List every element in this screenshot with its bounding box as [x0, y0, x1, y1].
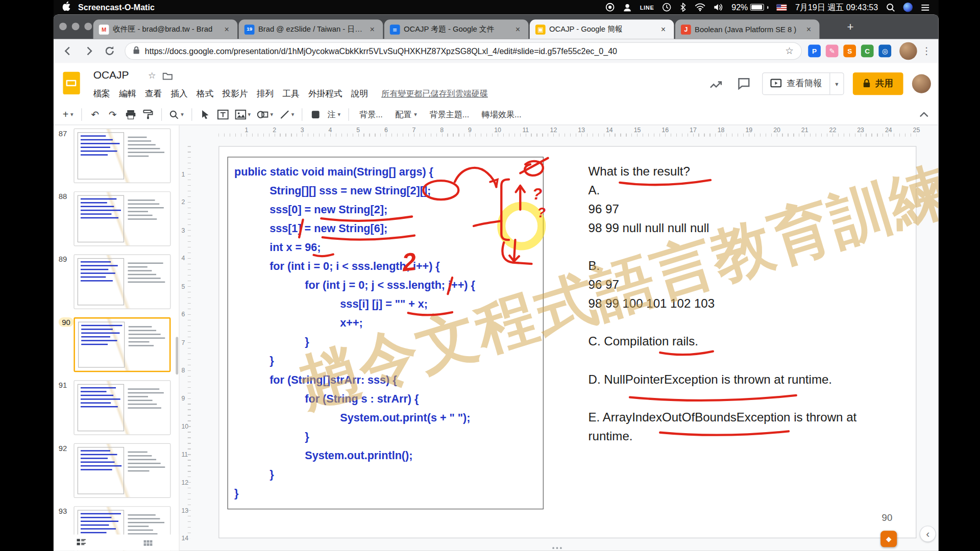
slide-thumbnail-92[interactable] [74, 443, 170, 498]
star-document-icon[interactable]: ☆ [148, 70, 156, 81]
tab-close-icon[interactable]: × [658, 24, 669, 35]
code-textbox[interactable]: public static void main(String[] args) {… [227, 157, 543, 509]
transition-button[interactable]: 轉場效果... [476, 107, 527, 123]
new-tab-button[interactable]: + [842, 19, 859, 35]
menubar-clock[interactable]: 7月19日 週五 09:43:53 [795, 2, 878, 13]
back-button[interactable] [59, 42, 77, 60]
undo-icon[interactable]: ↶ [87, 107, 103, 123]
slide-canvas[interactable]: public static void main(String[] args) {… [192, 138, 938, 551]
hide-menus-icon[interactable] [916, 107, 932, 123]
reload-button[interactable] [101, 42, 118, 60]
extension-pocket-icon[interactable]: P [808, 45, 821, 58]
document-title[interactable]: OCAJP [93, 69, 129, 82]
extension-orange-icon[interactable]: S [843, 45, 856, 58]
annotate-button[interactable]: 注▾ [325, 107, 343, 123]
minimize-window-button[interactable] [72, 22, 80, 30]
theme-button[interactable]: 背景主題... [424, 107, 475, 123]
wifi-icon[interactable] [695, 3, 706, 11]
siri-icon[interactable] [903, 3, 913, 12]
search-icon[interactable] [886, 3, 895, 12]
save-status-link[interactable]: 所有變更都已儲存到雲端硬碟 [381, 88, 488, 99]
account-avatar[interactable] [912, 74, 931, 93]
share-button[interactable]: 共用 [853, 72, 903, 95]
menu-view[interactable]: 查看 [140, 86, 166, 102]
menu-arrange[interactable]: 排列 [252, 86, 278, 102]
select-tool-icon[interactable] [197, 107, 213, 123]
extension-green-icon[interactable]: C [861, 45, 874, 58]
slide-90[interactable]: public static void main(String[] args) {… [218, 146, 916, 538]
url-text[interactable]: https://docs.google.com/presentation/d/1… [145, 46, 780, 56]
menu-insert[interactable]: 插入 [166, 86, 192, 102]
redo-icon[interactable]: ↷ [105, 107, 121, 123]
slide-thumbnail-87[interactable] [74, 129, 170, 183]
zoom-icon[interactable]: ▾ [167, 107, 186, 123]
clock-icon[interactable] [662, 3, 672, 12]
notes-resize-handle[interactable] [552, 547, 562, 549]
menu-add-ons[interactable]: 外掛程式 [304, 86, 347, 102]
close-window-button[interactable] [59, 22, 67, 30]
secure-lock-icon[interactable] [133, 46, 140, 56]
menu-edit[interactable]: 編輯 [115, 86, 141, 102]
extension-blue-icon[interactable]: ◎ [878, 45, 891, 58]
volume-icon[interactable] [714, 3, 724, 11]
line-icon[interactable]: LINE [640, 4, 654, 10]
move-folder-icon[interactable] [162, 71, 173, 82]
slides-app-icon[interactable] [63, 72, 80, 94]
slide-thumbnail-91[interactable] [74, 380, 170, 435]
comments-icon[interactable] [734, 74, 753, 93]
text-box-icon[interactable] [214, 107, 231, 123]
filmstrip-scrollbar[interactable] [176, 337, 178, 374]
browser-tab[interactable]: M收件匣 - brad@brad.tw - Brad× [93, 19, 238, 39]
address-bar[interactable]: https://docs.google.com/presentation/d/1… [125, 42, 802, 60]
menu-format[interactable]: 格式 [192, 86, 218, 102]
slide-thumbnail-90[interactable] [74, 317, 170, 372]
battery-icon[interactable]: 92% [731, 3, 769, 12]
bookmark-star-icon[interactable]: ☆ [785, 45, 794, 57]
window-controls[interactable] [59, 22, 92, 30]
browser-tab[interactable]: ▣OCAJP - Google 簡報× [530, 19, 674, 39]
forward-button[interactable] [80, 42, 98, 60]
grid-view-icon[interactable] [143, 538, 152, 549]
tab-close-icon[interactable]: × [804, 24, 814, 35]
menu-tools[interactable]: 工具 [278, 86, 304, 102]
present-dropdown[interactable]: ▾ [829, 73, 843, 94]
slide-thumbnail-89[interactable] [74, 255, 170, 309]
browser-tab[interactable]: JBoolean (Java Platform SE 8 )× [675, 19, 820, 39]
collapse-panel-chevron[interactable]: ‹ [920, 525, 936, 542]
comment-tool-icon[interactable] [307, 107, 324, 123]
filmstrip-view-icon[interactable] [76, 538, 86, 549]
new-slide-button[interactable]: +▾ [60, 107, 76, 123]
tab-close-icon[interactable]: × [222, 24, 232, 35]
slide-thumbnail-88[interactable] [74, 191, 170, 246]
record-icon[interactable] [605, 3, 615, 12]
explore-button[interactable]: ◆ [880, 531, 897, 547]
insert-shape-icon[interactable]: ▾ [255, 107, 276, 123]
insert-image-icon[interactable]: ▾ [232, 107, 253, 123]
browser-menu-icon[interactable]: ⋮ [920, 45, 933, 57]
question-textbox[interactable]: What is the result?A.96 9798 99 null nul… [589, 162, 914, 445]
browser-tab[interactable]: 19Brad @ ezSlide / Taiwan - 日…× [239, 19, 383, 39]
print-icon[interactable] [122, 107, 138, 123]
menubar-app-name[interactable]: Screencast-O-Matic [78, 3, 155, 12]
menu-list-icon[interactable] [921, 4, 929, 11]
present-button[interactable]: 查看簡報 ▾ [762, 72, 844, 95]
paint-format-icon[interactable] [140, 107, 156, 123]
us-flag-icon[interactable] [777, 4, 787, 10]
menu-file[interactable]: 檔案 [89, 86, 115, 102]
user-icon[interactable] [623, 3, 631, 12]
tab-close-icon[interactable]: × [367, 24, 377, 35]
ruler-tick: 5 [181, 283, 185, 290]
background-button[interactable]: 背景... [354, 107, 388, 123]
browser-tab[interactable]: ≡OCAJP 考題 - Google 文件× [384, 19, 529, 39]
browser-profile-avatar[interactable] [899, 42, 917, 60]
apple-menu-icon[interactable] [62, 1, 70, 13]
bluetooth-icon[interactable] [680, 3, 687, 12]
insert-line-icon[interactable]: ▾ [277, 107, 297, 123]
zoom-window-button[interactable] [84, 22, 92, 30]
activity-dashboard-icon[interactable] [707, 74, 726, 93]
layout-button[interactable]: 配置▾ [389, 107, 423, 123]
tab-close-icon[interactable]: × [512, 24, 523, 35]
menu-help[interactable]: 說明 [347, 86, 373, 102]
extension-pencil-icon[interactable]: ✎ [826, 45, 839, 58]
menu-slide[interactable]: 投影片 [218, 86, 252, 102]
